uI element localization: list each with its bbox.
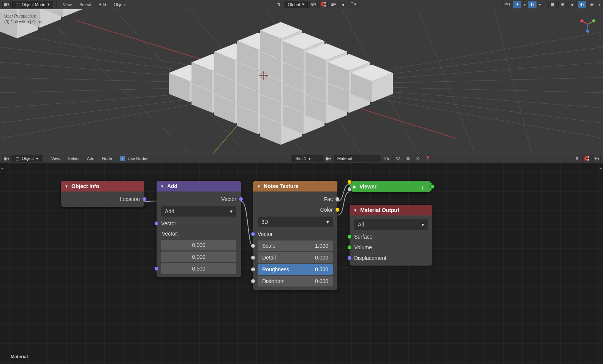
orientation-dropdown[interactable]: Global ▾ <box>285 1 308 8</box>
xray-icon[interactable]: ▦ <box>548 1 557 8</box>
socket-color-icon[interactable] <box>335 207 340 212</box>
orientation-icon[interactable]: ⇅ <box>275 1 283 8</box>
snap-toggle[interactable]: 🧲 <box>319 1 328 8</box>
menu-node[interactable]: Node <box>99 155 115 162</box>
material-users[interactable]: 25 <box>381 155 393 162</box>
chevron-down-icon[interactable]: ▾ <box>539 2 541 7</box>
shading-material-icon[interactable]: ◐ <box>578 1 586 8</box>
socket-float-icon[interactable] <box>251 279 255 283</box>
roughness-field[interactable]: Roughness0.500 <box>258 264 333 275</box>
input-surface[interactable]: Surface <box>350 231 432 242</box>
proportional-edit-icon[interactable]: ● <box>339 1 347 8</box>
vector-x-field[interactable]: 0.000 <box>161 240 236 250</box>
socket-float-icon[interactable] <box>251 244 255 248</box>
socket-vector-icon[interactable] <box>239 197 243 201</box>
node-viewer[interactable]: ▶ Viewer || <box>350 181 432 192</box>
triangle-down-icon: ▼ <box>160 184 164 188</box>
drag-handle-icon[interactable]: || <box>422 185 425 190</box>
node-vector-add[interactable]: ▼ Add Vector Add ▾ Vector Vector: 0.000 … <box>157 181 241 277</box>
node-title[interactable]: ▶ Viewer || <box>350 181 432 192</box>
unlink-icon[interactable]: ✕ <box>414 155 422 162</box>
socket-shader-icon[interactable] <box>347 245 352 250</box>
shading-rendered-icon[interactable]: ◉ <box>588 1 596 8</box>
shading-wireframe-icon[interactable]: ⊕ <box>558 1 567 8</box>
output-vector[interactable]: Vector <box>157 194 241 204</box>
socket-vector-icon[interactable] <box>251 232 255 236</box>
distortion-field[interactable]: Distortion0.000 <box>258 276 333 286</box>
menu-add[interactable]: Add <box>84 155 98 162</box>
shading-solid-icon[interactable]: ● <box>568 1 576 8</box>
vector-y-field[interactable]: 0.000 <box>161 252 236 262</box>
chevron-down-icon[interactable]: ▾ <box>598 2 601 7</box>
socket-vector-icon[interactable] <box>142 197 147 201</box>
node-material-output[interactable]: ▼ Material Output All ▾ Surface Volume D… <box>350 205 432 266</box>
node-title[interactable]: ▼ Object Info <box>61 181 144 191</box>
menu-select[interactable]: Select <box>76 1 94 8</box>
input-vector-a[interactable]: Vector <box>157 218 241 229</box>
socket-float-icon[interactable] <box>335 197 340 201</box>
node-object-info[interactable]: ▼ Object Info Location <box>61 181 144 207</box>
vector-z-field[interactable]: 0.500 <box>161 263 236 274</box>
output-location[interactable]: Location <box>61 194 144 204</box>
socket-vector-icon[interactable] <box>154 266 159 271</box>
dimension-dropdown[interactable]: 3D ▾ <box>258 217 333 227</box>
overlays-toggle[interactable]: ◐ <box>528 1 537 8</box>
input-volume[interactable]: Volume <box>350 242 432 253</box>
socket-float-icon[interactable] <box>251 267 255 272</box>
duplicate-icon[interactable]: ⧉ <box>404 155 412 162</box>
chevron-down-icon[interactable]: ▾ <box>524 2 526 7</box>
nav-gizmo[interactable] <box>580 17 595 32</box>
pin-icon[interactable]: 📍 <box>424 155 432 162</box>
expand-right-icon[interactable]: ◂ <box>600 166 601 170</box>
menu-view[interactable]: View <box>60 1 75 8</box>
socket-float-icon[interactable] <box>251 255 255 260</box>
gizmo-toggle[interactable]: ✦ <box>513 1 521 8</box>
socket-vector-icon[interactable] <box>347 256 352 260</box>
editor-type-icon[interactable]: ◉▾ <box>2 155 11 162</box>
title-text: Material Output <box>360 207 399 213</box>
svg-line-13 <box>418 9 475 154</box>
3d-viewport[interactable]: User Perspective (0) Collection | Cube <box>0 9 603 154</box>
output-fac[interactable]: Fac <box>253 194 337 204</box>
input-displacement[interactable]: Displacement <box>350 253 432 263</box>
menu-object[interactable]: Object <box>111 1 129 8</box>
socket-vector-icon[interactable] <box>154 221 159 226</box>
node-title[interactable]: ▼ Material Output <box>350 205 432 215</box>
shield-icon[interactable]: 🛡 <box>394 155 402 162</box>
node-type-dropdown[interactable]: ▢ Object ▾ <box>12 155 42 162</box>
output-color[interactable]: Color <box>253 204 337 215</box>
parent-nodetree-icon[interactable]: ⬆ <box>573 155 581 162</box>
slot-dropdown[interactable]: Slot 1 ▾ <box>292 155 323 162</box>
detail-field[interactable]: Detail0.000 <box>258 252 333 263</box>
snap-icon[interactable]: 🧲 <box>582 155 591 162</box>
snap-target-icon[interactable]: ✦▾ <box>592 155 601 162</box>
use-nodes-toggle[interactable]: ✓ Use Nodes <box>117 155 151 162</box>
node-editor[interactable]: ▸ ◂ ▼ Object Info Location ▼ Add Vector <box>0 163 603 364</box>
input-vector[interactable]: Vector <box>253 229 337 239</box>
menu-select[interactable]: Select <box>65 155 82 162</box>
node-type-label: Object <box>22 156 34 161</box>
node-title[interactable]: ▼ Noise Texture <box>253 181 337 191</box>
proportional-falloff-icon[interactable]: ⌒▾ <box>349 1 357 8</box>
socket-shader-icon[interactable] <box>347 234 352 239</box>
material-name: Material <box>337 156 352 161</box>
socket-shader-icon[interactable] <box>430 184 435 189</box>
menu-add[interactable]: Add <box>96 1 109 8</box>
node-noise-texture[interactable]: ▼ Noise Texture Fac Color 3D ▾ Vector <box>253 181 337 290</box>
mode-dropdown[interactable]: ▢ Object Mode ▾ <box>12 1 53 8</box>
editor-type-icon[interactable]: ⊞▾ <box>2 1 11 8</box>
menu-view[interactable]: View <box>48 155 63 162</box>
chevron-down-icon: ▾ <box>47 2 50 7</box>
material-browse-icon[interactable]: ◉▾ <box>324 155 332 162</box>
pivot-icon[interactable]: ⊙▾ <box>309 1 318 8</box>
scale-field[interactable]: Scale1.000 <box>258 241 333 251</box>
socket-color-icon[interactable] <box>347 180 352 184</box>
socket-float-icon[interactable] <box>347 187 352 191</box>
visibility-icon[interactable]: 👁▾ <box>503 1 511 8</box>
expand-left-icon[interactable]: ▸ <box>2 166 3 170</box>
material-name-field[interactable]: Material <box>334 155 380 162</box>
target-dropdown[interactable]: All ▾ <box>354 219 428 230</box>
node-title[interactable]: ▼ Add <box>157 181 241 191</box>
operation-dropdown[interactable]: Add ▾ <box>161 206 236 217</box>
snap-type-icon[interactable]: ⊞▾ <box>329 1 337 8</box>
